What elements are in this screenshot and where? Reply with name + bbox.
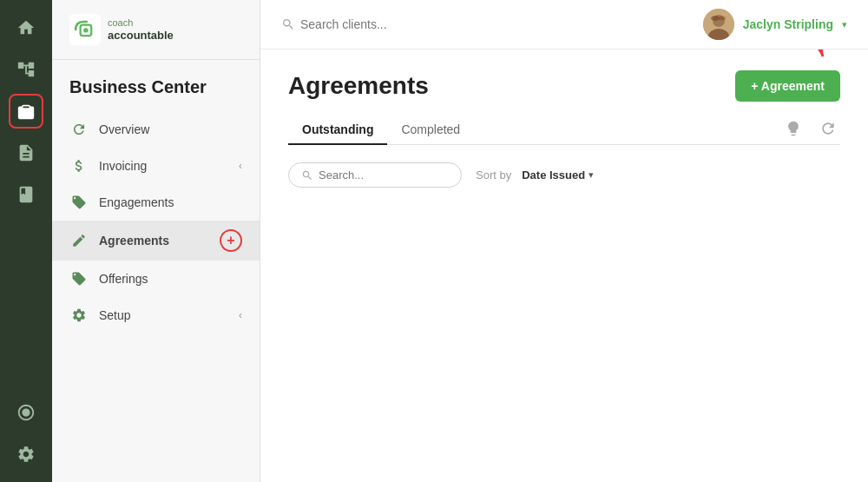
invoicing-icon bbox=[69, 156, 89, 175]
user-name: Jaclyn Stripling bbox=[743, 17, 833, 31]
overview-icon bbox=[69, 120, 89, 139]
tab-completed[interactable]: Completed bbox=[387, 116, 474, 145]
agreements-icon bbox=[69, 231, 89, 250]
add-agreement-sidebar-btn[interactable]: + bbox=[220, 229, 242, 252]
setup-icon bbox=[69, 306, 89, 325]
search-agreements-input[interactable] bbox=[319, 168, 440, 182]
agreements-search-icon bbox=[301, 169, 313, 182]
engagements-icon bbox=[69, 193, 89, 212]
book-icon[interactable] bbox=[9, 177, 43, 212]
agreements-search-field[interactable] bbox=[288, 162, 462, 188]
user-menu[interactable]: Jaclyn Stripling ▾ bbox=[703, 9, 847, 40]
circle-bottom-icon[interactable] bbox=[9, 395, 43, 430]
sidebar-item-offerings[interactable]: Offerings bbox=[52, 261, 260, 297]
sort-chevron: ▾ bbox=[589, 169, 594, 181]
svg-point-2 bbox=[83, 28, 88, 32]
sort-by-label: Sort by bbox=[476, 168, 511, 182]
refresh-icon[interactable] bbox=[816, 116, 840, 141]
sidebar-nav: Overview Invoicing ‹ Engagements Agreeme… bbox=[52, 108, 260, 337]
home-icon[interactable] bbox=[9, 10, 43, 45]
sidebar-logo: coach accountable bbox=[52, 0, 260, 60]
tab-outstanding[interactable]: Outstanding bbox=[288, 116, 387, 145]
search-clients-input[interactable] bbox=[300, 17, 474, 31]
sidebar-title: Business Center bbox=[52, 60, 260, 108]
page-header: Agreements + Agreement bbox=[288, 70, 840, 102]
sidebar: coach accountable Business Center Overvi… bbox=[52, 0, 260, 482]
client-search-bar bbox=[281, 17, 689, 31]
arrow-annotation bbox=[745, 50, 849, 72]
sidebar-item-label: Overview bbox=[99, 122, 149, 136]
sidebar-item-invoicing[interactable]: Invoicing ‹ bbox=[52, 148, 260, 184]
page-title: Agreements bbox=[288, 72, 429, 100]
page-content: Agreements + Agreement Outstanding Compl… bbox=[260, 50, 868, 482]
briefcase-icon[interactable] bbox=[9, 94, 43, 129]
avatar bbox=[703, 9, 734, 40]
tab-actions bbox=[781, 116, 840, 144]
sidebar-item-label: Offerings bbox=[99, 272, 148, 286]
logo-text: coach accountable bbox=[108, 17, 174, 43]
user-menu-chevron: ▾ bbox=[842, 19, 847, 30]
invoicing-chevron: ‹ bbox=[239, 160, 242, 172]
tabs: Outstanding Completed bbox=[288, 116, 840, 145]
add-btn-wrapper: + Agreement bbox=[735, 70, 840, 102]
lightbulb-icon[interactable] bbox=[781, 116, 806, 141]
sidebar-item-label: Engagements bbox=[99, 195, 174, 209]
offerings-icon bbox=[69, 269, 89, 288]
sidebar-item-label: Invoicing bbox=[99, 159, 147, 173]
invoice-icon[interactable] bbox=[9, 135, 43, 170]
sort-by-control[interactable]: Sort by Date Issued ▾ bbox=[476, 168, 594, 182]
sidebar-item-setup[interactable]: Setup ‹ bbox=[52, 297, 260, 333]
setup-chevron: ‹ bbox=[239, 309, 242, 321]
sidebar-item-agreements[interactable]: Agreements + bbox=[52, 221, 260, 261]
hierarchy-icon[interactable] bbox=[9, 52, 43, 87]
sidebar-item-overview[interactable]: Overview bbox=[52, 111, 260, 148]
search-icon bbox=[281, 17, 295, 31]
add-agreement-button[interactable]: + Agreement bbox=[735, 70, 840, 102]
sidebar-item-engagements[interactable]: Engagements bbox=[52, 184, 260, 221]
settings-bottom-icon[interactable] bbox=[9, 437, 43, 472]
sidebar-item-label: Agreements bbox=[99, 234, 169, 248]
icon-rail bbox=[0, 0, 52, 482]
sort-by-value: Date Issued bbox=[522, 168, 585, 182]
main-content: Jaclyn Stripling ▾ Agreements + Agreemen… bbox=[260, 0, 868, 482]
svg-point-7 bbox=[719, 17, 726, 21]
svg-point-6 bbox=[711, 16, 720, 21]
toolbar: Sort by Date Issued ▾ bbox=[288, 162, 840, 188]
sidebar-item-label: Setup bbox=[99, 308, 131, 322]
top-bar: Jaclyn Stripling ▾ bbox=[260, 0, 868, 50]
